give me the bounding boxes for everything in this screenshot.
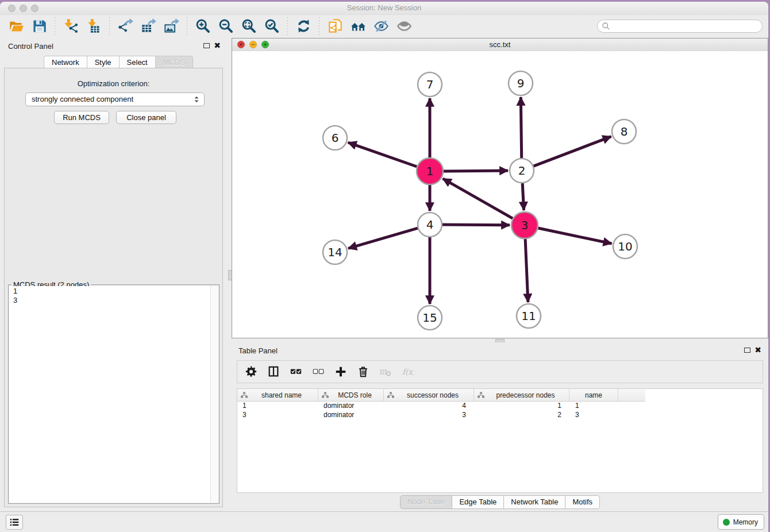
graph-edge-2-8[interactable] <box>534 137 611 167</box>
graph-edge-1-6[interactable] <box>348 142 417 167</box>
export-image-icon[interactable] <box>160 17 183 36</box>
svg-text:1: 1 <box>426 164 434 178</box>
table-cell[interactable]: dominator <box>318 410 384 419</box>
column-header-successor-nodes[interactable]: successor nodes <box>384 389 474 401</box>
optimization-criterion-label: Optimization criterion: <box>5 79 222 88</box>
application-window: Session: New Session Control Panel ✖ Net… <box>0 2 768 532</box>
delete-column-icon[interactable] <box>356 365 370 379</box>
graph-edge-3-11[interactable] <box>525 239 528 302</box>
export-table-icon[interactable] <box>137 17 160 36</box>
graph-edge-2-3[interactable] <box>522 183 523 210</box>
tab-network-table[interactable]: Network Table <box>503 495 565 509</box>
toolbar-separator <box>187 17 187 36</box>
export-network-icon[interactable] <box>114 17 137 36</box>
table-settings-icon[interactable] <box>244 365 258 379</box>
float-table-panel-icon[interactable] <box>744 348 750 353</box>
column-header-name[interactable]: name <box>569 389 618 401</box>
graph-node-11[interactable]: 11 <box>517 304 541 328</box>
hide-selected-icon[interactable] <box>369 17 392 36</box>
column-header-shared-name[interactable]: shared name <box>237 389 318 401</box>
main-toolbar <box>0 14 768 38</box>
first-neighbors-icon[interactable] <box>346 17 369 36</box>
zoom-in-icon[interactable] <box>191 17 214 36</box>
graph-node-10[interactable]: 10 <box>613 234 637 259</box>
graph-node-2[interactable]: 2 <box>510 159 534 183</box>
toolbar-separator <box>55 17 55 36</box>
import-table-icon[interactable] <box>82 17 105 36</box>
graph-edge-1-2[interactable] <box>444 171 508 171</box>
svg-text:8: 8 <box>621 125 628 138</box>
table-panel: Table Panel ✖ f(x) shared nameMCDS roles… <box>232 342 768 511</box>
tab-edge-table[interactable]: Edge Table <box>452 495 504 509</box>
table-cell[interactable]: 3 <box>569 410 618 419</box>
table-row[interactable]: 1dominator411 <box>237 401 763 410</box>
table-cell[interactable]: 3 <box>237 410 318 419</box>
control-panel: Control Panel ✖ NetworkStyleSelectMCDS O… <box>0 38 228 511</box>
criterion-value: strongly connected component <box>32 95 133 103</box>
float-panel-icon[interactable] <box>203 43 210 48</box>
mcds-result-scrollbar[interactable] <box>210 286 218 503</box>
table-cell[interactable]: dominator <box>318 401 384 410</box>
panel-layout-icon[interactable] <box>267 365 280 379</box>
vertical-splitter[interactable] <box>228 38 232 511</box>
svg-text:9: 9 <box>517 76 525 90</box>
add-column-icon[interactable] <box>334 365 348 379</box>
status-bar: Memory <box>0 511 768 532</box>
graph-node-4[interactable]: 4 <box>418 213 442 237</box>
table-row[interactable]: 3dominator323 <box>237 410 763 419</box>
network-canvas[interactable]: 7968124314101511 <box>232 51 768 338</box>
delete-table-icon <box>379 365 392 379</box>
apply-layout-icon[interactable] <box>292 17 315 36</box>
show-all-icon[interactable] <box>392 17 415 36</box>
close-table-panel-icon[interactable]: ✖ <box>754 346 761 353</box>
table-cell[interactable]: 4 <box>384 401 474 410</box>
zoom-fit-icon[interactable] <box>237 17 260 36</box>
tab-node-table[interactable]: Node Table <box>400 495 453 509</box>
network-canvas-container: 7968124314101511 <box>232 51 768 338</box>
duplicate-network-icon[interactable] <box>324 17 346 36</box>
graph-node-14[interactable]: 14 <box>323 240 347 264</box>
svg-text:15: 15 <box>422 311 437 325</box>
close-panel-icon[interactable]: ✖ <box>214 42 221 49</box>
table-cell[interactable]: 1 <box>474 401 569 410</box>
graph-edge-3-1[interactable] <box>443 179 513 218</box>
svg-text:11: 11 <box>521 309 536 323</box>
memory-label: Memory <box>733 518 758 526</box>
save-session-icon[interactable] <box>28 17 51 36</box>
import-network-icon[interactable] <box>59 17 82 36</box>
select-all-icon[interactable] <box>289 365 303 379</box>
column-header-predecessor-nodes[interactable]: predecessor nodes <box>474 389 569 401</box>
tab-motifs[interactable]: Motifs <box>565 495 600 509</box>
table-cell[interactable]: 1 <box>237 401 318 410</box>
graph-edge-3-10[interactable] <box>538 228 612 244</box>
open-session-icon[interactable] <box>5 17 28 36</box>
graph-edge-2-9[interactable] <box>521 97 521 158</box>
graph-node-7[interactable]: 7 <box>418 72 442 97</box>
table-cell[interactable]: 2 <box>474 410 569 419</box>
table-cell[interactable]: 3 <box>384 410 474 419</box>
graph-node-1[interactable]: 1 <box>417 158 443 184</box>
close-panel-button[interactable]: Close panel <box>116 111 176 124</box>
zoom-out-icon[interactable] <box>214 17 237 36</box>
zoom-selected-icon[interactable] <box>260 17 283 36</box>
deselect-all-icon[interactable] <box>311 365 325 379</box>
panel-list-button[interactable] <box>6 515 23 530</box>
column-header-MCDS-role[interactable]: MCDS role <box>318 389 384 401</box>
mcds-result-list[interactable]: 1 3 <box>9 286 218 503</box>
table-cell[interactable]: 1 <box>569 401 618 410</box>
column-tree-icon <box>387 392 394 398</box>
graph-edge-4-3[interactable] <box>442 225 510 225</box>
graph-node-9[interactable]: 9 <box>509 71 533 95</box>
criterion-dropdown[interactable]: strongly connected component <box>25 92 205 106</box>
search-input[interactable] <box>597 20 763 33</box>
graph-node-3[interactable]: 3 <box>511 212 538 238</box>
workspace: Control Panel ✖ NetworkStyleSelectMCDS O… <box>0 38 768 511</box>
search-field <box>597 20 763 33</box>
graph-edge-4-14[interactable] <box>348 228 418 248</box>
horizontal-splitter[interactable] <box>232 338 768 342</box>
graph-node-6[interactable]: 6 <box>323 126 347 150</box>
memory-button[interactable]: Memory <box>718 514 764 530</box>
graph-node-15[interactable]: 15 <box>418 306 442 330</box>
run-mcds-button[interactable]: Run MCDS <box>54 111 109 124</box>
graph-node-8[interactable]: 8 <box>612 119 636 144</box>
